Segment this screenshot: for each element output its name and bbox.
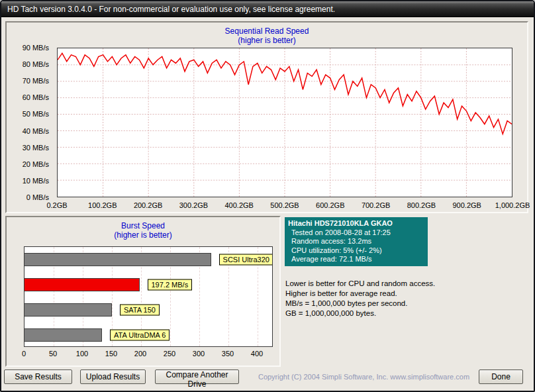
seq-y-tick-label: 80 MB/s (23, 60, 49, 68)
burst-bar (24, 278, 140, 291)
burst-x-tick-label: 50 (49, 350, 57, 358)
burst-x-tick-label: 300 (193, 350, 205, 358)
seq-x-tick-label: 500.2GB (270, 201, 299, 209)
seq-y-tick-label: 70 MB/s (23, 77, 49, 85)
seq-y-axis: 0 MB/s10 MB/s20 MB/s30 MB/s40 MB/s50 MB/… (7, 48, 53, 197)
burst-chart-title: Burst Speed (7, 221, 279, 230)
drive-info-block: Hitachi HDS721010KLA GKAO Tested on 2008… (285, 217, 428, 266)
compare-another-drive-button[interactable]: Compare Another Drive (155, 369, 239, 384)
hdtach-window: HD Tach version 3.0.4.0 - For non-commer… (0, 0, 535, 392)
random-access-text: Random access: 13.2ms (288, 237, 424, 246)
burst-x-tick-label: 250 (164, 350, 175, 358)
seq-x-tick-label: 800.2GB (407, 201, 436, 209)
sequential-read-panel: Sequential Read Speed (higher is better)… (5, 21, 528, 213)
burst-x-axis: 050100150200250300350400 (24, 350, 273, 359)
burst-bar (24, 303, 112, 317)
burst-bar (24, 328, 102, 342)
burst-chart-subtitle: (higher is better) (7, 230, 279, 240)
seq-x-tick-label: 900.2GB (452, 201, 481, 209)
seq-y-tick-label: 60 MB/s (23, 93, 49, 101)
burst-bar-label: ATA UltraDMA 6 (110, 330, 170, 341)
burst-x-tick-label: 0 (22, 350, 26, 358)
title-bar[interactable]: HD Tach version 3.0.4.0 - For non-commer… (1, 1, 534, 17)
drive-name: Hitachi HDS721010KLA GKAO (288, 219, 424, 228)
upload-results-button[interactable]: Upload Results (80, 369, 146, 384)
seq-x-tick-label: 300.2GB (179, 201, 208, 209)
note-line: GB = 1,000,000,000 bytes. (285, 309, 435, 318)
seq-x-tick-label: 700.2GB (362, 201, 390, 209)
burst-bar-label: SATA 150 (120, 305, 160, 316)
seq-y-tick-label: 0 MB/s (26, 193, 49, 201)
done-button[interactable]: Done (479, 369, 523, 384)
burst-bar-label: SCSI Ultra320 (219, 254, 273, 266)
tested-on-text: Tested on 2008-08-28 at 17:25 (288, 228, 424, 238)
save-results-button[interactable]: Save Results (4, 369, 72, 384)
cpu-utilization-text: CPU utilization: 5% (+/- 2%) (288, 246, 424, 256)
seq-x-tick-label: 1,000.2GB (495, 201, 530, 209)
seq-x-tick-label: 0.2GB (46, 201, 67, 209)
burst-x-tick-label: 400 (251, 350, 263, 358)
note-line: MB/s = 1,000,000 bytes per second. (285, 299, 435, 309)
burst-plot: SCSI Ultra320197.2 MB/sSATA 150ATA Ultra… (24, 246, 273, 347)
burst-x-tick-label: 150 (105, 350, 117, 358)
sequential-read-plot (57, 48, 512, 197)
burst-x-tick-label: 200 (134, 350, 146, 358)
burst-x-tick-label: 350 (222, 350, 234, 358)
seq-x-tick-label: 600.2GB (316, 201, 344, 209)
seq-y-tick-label: 90 MB/s (23, 44, 49, 52)
seq-y-tick-label: 10 MB/s (23, 177, 49, 185)
seq-x-axis: 0.2GB100.2GB200.2GB300.2GB400.2GB500.2GB… (57, 201, 512, 212)
burst-bar-label: 197.2 MB/s (148, 279, 193, 291)
burst-x-tick-label: 100 (76, 350, 88, 358)
burst-speed-panel: Burst Speed (higher is better) SCSI Ultr… (5, 216, 281, 367)
note-line: Higher is better for average read. (285, 289, 435, 299)
seq-y-tick-label: 50 MB/s (23, 110, 49, 118)
seq-x-tick-label: 400.2GB (224, 201, 253, 209)
seq-x-tick-label: 200.2GB (134, 201, 162, 209)
seq-chart-title: Sequential Read Speed (7, 26, 527, 36)
window-title: HD Tach version 3.0.4.0 - For non-commer… (7, 5, 335, 14)
note-line: Lower is better for CPU and random acces… (285, 279, 435, 289)
seq-y-tick-label: 30 MB/s (23, 144, 49, 152)
burst-bar (24, 253, 211, 266)
seq-x-tick-label: 100.2GB (88, 201, 117, 209)
average-read-text: Average read: 72.1 MB/s (288, 255, 424, 264)
seq-y-tick-label: 20 MB/s (23, 160, 49, 168)
seq-y-tick-label: 40 MB/s (23, 127, 49, 135)
explanatory-notes: Lower is better for CPU and random acces… (285, 279, 435, 318)
seq-chart-subtitle: (higher is better) (7, 36, 527, 45)
copyright-text: Copyright (C) 2004 Simpli Software, Inc.… (256, 373, 471, 381)
